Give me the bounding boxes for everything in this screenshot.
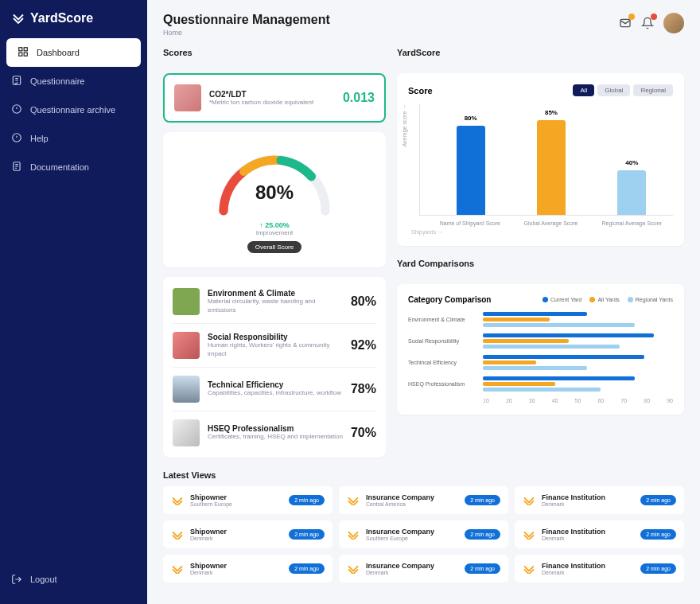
view-card[interactable]: Finance Institution Denmark 2 min ago [515, 520, 684, 548]
brand: YardScore [0, 11, 147, 38]
co2-subtitle: *Metric ton carbon dioxide equivalent [209, 99, 335, 106]
legend-item: All Yards [589, 297, 619, 302]
co2-card[interactable]: CO2*/LDT *Metric ton carbon dioxide equi… [163, 73, 386, 123]
view-card[interactable]: Finance Institution Denmark 2 min ago [515, 486, 684, 514]
view-card[interactable]: Insurance Company Denmark 2 min ago [339, 555, 508, 583]
view-time-badge: 2 min ago [465, 529, 500, 540]
comparison-bar [483, 366, 587, 370]
score-categories-card: Environment & Climate Material circulari… [163, 277, 386, 458]
legend-item: Current Yard [542, 297, 581, 302]
gauge-card: 80% ↑ 25.00% Improvement Overall Score [163, 132, 386, 267]
axis-tick: 50 [575, 398, 581, 403]
mail-badge [628, 14, 635, 20]
legend-item: Regional Yards [628, 297, 673, 302]
view-name: Shipowner [190, 562, 282, 570]
legend-dot [589, 297, 595, 302]
notifications-badge [651, 14, 657, 20]
view-location: Denmark [190, 570, 282, 575]
view-time-badge: 2 min ago [289, 495, 325, 505]
yardscore-card: Score AllGlobalRegional Average score → … [397, 73, 684, 246]
comparison-title: Category Comparison [408, 295, 491, 304]
svg-rect-3 [24, 53, 27, 56]
score-name: Technical Efficiency [208, 380, 343, 389]
chart-ylabel: Average score → [402, 103, 407, 146]
axis-tick: 30 [529, 398, 535, 403]
sidebar-item-documentation[interactable]: Documentation [0, 153, 147, 181]
view-location: Denmark [542, 570, 634, 575]
avatar[interactable] [663, 13, 684, 33]
comparison-bar [483, 345, 620, 349]
header: Questionnaire Management Home [163, 13, 684, 37]
nav-label: Questionnaire archive [30, 105, 115, 115]
comparison-category-label: Environment & Climate [408, 317, 476, 322]
comparison-bar [483, 382, 555, 386]
comparison-row: Techincal Efficiency [408, 355, 673, 370]
view-card[interactable]: Shipowner Southern Europe 2 min ago [163, 486, 332, 514]
view-name: Shipowner [190, 528, 282, 536]
bar-category-label: Global Average Score [519, 220, 583, 226]
comparison-legend: Current YardAll YardsRegional Yards [542, 297, 673, 302]
logout-button[interactable]: Logout [0, 566, 147, 593]
score-thumbnail [173, 332, 200, 359]
filter-regional[interactable]: Regional [633, 84, 673, 96]
comparison-bar [483, 339, 569, 343]
co2-thumbnail [174, 84, 201, 111]
view-name: Finance Institution [542, 493, 634, 501]
score-subtitle: Certificates, training, HSEQ and impleme… [208, 433, 343, 441]
comparison-row: Social Responsibility [408, 333, 673, 349]
view-card[interactable]: Insurance Company Southern Europe 2 min … [339, 520, 508, 548]
notifications-button[interactable] [641, 17, 654, 29]
co2-title: CO2*/LDT [209, 90, 335, 99]
view-location: Southern Europe [366, 536, 458, 541]
bar-value-label: 80% [457, 115, 485, 122]
comparison-bar [483, 333, 654, 337]
score-name: HSEQ Professionalism [208, 424, 343, 433]
sidebar-item-help[interactable]: Help [0, 124, 147, 153]
view-card[interactable]: Shipowner Denmark 2 min ago [163, 555, 332, 583]
sidebar-item-questionnaire[interactable]: Questionnaire [0, 67, 147, 95]
view-location: Denmark [190, 536, 282, 541]
mail-button[interactable] [619, 17, 632, 29]
section-title-latest-views: Latest Views [163, 470, 684, 480]
filter-all[interactable]: All [573, 84, 594, 96]
view-company-icon [523, 495, 535, 506]
view-time-badge: 2 min ago [289, 529, 325, 540]
gauge-value: 80% [211, 181, 338, 204]
view-company-icon [523, 529, 535, 540]
view-location: Southern Europe [190, 501, 282, 507]
bar-category-label: Name of Shipyard Score [438, 220, 502, 226]
score-name: Social Responsibility [208, 333, 343, 341]
view-company-icon [347, 495, 360, 506]
axis-tick: 60 [597, 398, 604, 403]
view-company-icon [171, 529, 184, 540]
nav-icon [11, 75, 22, 88]
view-card[interactable]: Insurance Company Central America 2 min … [339, 486, 508, 514]
score-row[interactable]: Environment & Climate Material circulari… [173, 280, 376, 323]
comparison-bar [483, 355, 644, 359]
filter-global[interactable]: Global [597, 84, 630, 96]
bar-value-label: 85% [537, 109, 566, 116]
sidebar-item-questionnaire-archive[interactable]: Questionnaire archive [0, 95, 147, 124]
chart-bar: 80% [457, 126, 485, 215]
breadcrumb[interactable]: Home [163, 29, 330, 37]
nav-label: Help [30, 134, 49, 143]
view-name: Finance Institution [542, 562, 634, 570]
gauge-chart: 80% [211, 146, 338, 218]
nav-label: Questionnaire [30, 76, 85, 86]
score-row[interactable]: HSEQ Professionalism Certificates, train… [173, 411, 376, 454]
view-name: Insurance Company [366, 562, 458, 570]
bar-category-label: Regional Average Score [600, 220, 663, 226]
score-row[interactable]: Social Responsibility Human rights, Work… [173, 323, 376, 367]
section-title-yardscore: YardScore [397, 48, 684, 57]
view-card[interactable]: Shipowner Denmark 2 min ago [163, 520, 332, 548]
view-time-badge: 2 min ago [640, 563, 676, 574]
score-row[interactable]: Technical Efficiency Capabilities, capac… [173, 367, 376, 411]
axis-tick: 20 [506, 398, 512, 403]
view-card[interactable]: Finance Institution Denmark 2 min ago [515, 555, 684, 583]
comparison-bar [483, 318, 550, 321]
view-company-icon [171, 563, 184, 575]
comparison-row: Environment & Climate [408, 312, 673, 327]
sidebar-item-dashboard[interactable]: Dashboard [6, 38, 141, 67]
nav-label: Documentation [30, 162, 89, 172]
overall-score-badge: Overall Score [247, 241, 301, 253]
